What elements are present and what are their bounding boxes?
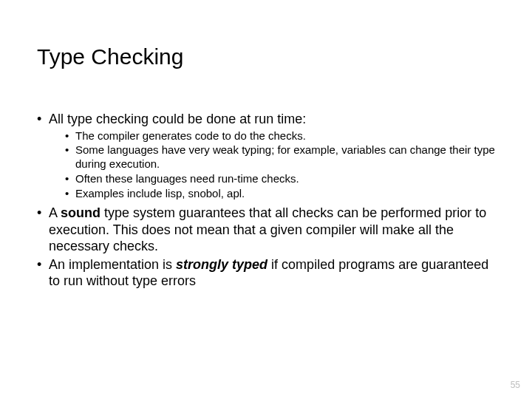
slide-body: All type checking could be done at run t… [37,111,502,291]
bullet-text-post: type system guarantees that all checks c… [49,205,486,253]
bullet-text: All type checking could be done at run t… [49,112,306,126]
bullet-text-pre: An implementation is [49,257,176,272]
sub-bullet-item: Examples include lisp, snobol, apl. [65,187,502,201]
bullet-list: All type checking could be done at run t… [37,111,502,290]
sub-bullet-item: Some languages have very weak typing; fo… [65,143,502,171]
sub-bullet-text: The compiler generates code to do the ch… [75,129,306,142]
page-number: 55 [511,380,520,390]
sub-bullet-text: Often these languages need run-time chec… [75,172,299,185]
sub-bullet-text: Some languages have very weak typing; fo… [75,143,495,170]
bullet-item: A sound type system guarantees that all … [37,205,502,255]
sub-bullet-item: Often these languages need run-time chec… [65,172,502,186]
bullet-text-pre: A [49,205,61,220]
sub-bullet-list: The compiler generates code to do the ch… [49,129,502,201]
sub-bullet-text: Examples include lisp, snobol, apl. [75,187,245,200]
bullet-text-bold-italic: strongly typed [176,257,267,272]
bullet-text-bold: sound [61,205,100,220]
bullet-item: An implementation is strongly typed if c… [37,256,502,290]
sub-bullet-item: The compiler generates code to do the ch… [65,129,502,143]
slide-title: Type Checking [37,44,183,69]
slide: Type Checking All type checking could be… [0,0,532,399]
bullet-item: All type checking could be done at run t… [37,111,502,200]
